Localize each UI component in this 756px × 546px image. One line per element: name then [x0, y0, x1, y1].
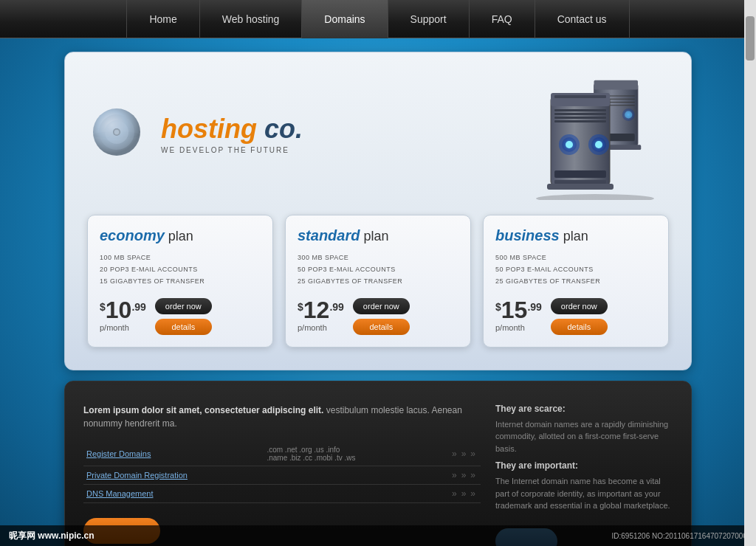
brand-hosting: hosting — [161, 114, 257, 144]
svg-point-34 — [536, 194, 654, 200]
domain-links-table: Register Domains .com .net .org .us .inf… — [83, 442, 481, 503]
standard-price-main: 12 — [303, 298, 330, 322]
hero-logo-area: hosting co. WE DEVELOP THE FUTURE — [87, 104, 303, 163]
register-domains-extensions: .com .net .org .us .info.name .biz .cc .… — [264, 442, 423, 466]
standard-plan-card: standard plan 300 MB SPACE 50 POP3 E-MAI… — [285, 215, 471, 348]
important-text: The Internet domain name has become a vi… — [495, 475, 673, 512]
economy-plan-card: economy plan 100 MB SPACE 20 POP3 E-MAIL… — [87, 215, 273, 348]
standard-details-button[interactable]: details — [353, 319, 410, 335]
nav-support[interactable]: Support — [388, 0, 470, 38]
business-price-main: 15 — [501, 298, 528, 322]
business-price-cents: .99 — [527, 301, 541, 313]
bottom-section: Lorem ipsum dolor sit amet, consectetuer… — [64, 381, 692, 546]
domain-row-private: Private Domain Registration »»» — [83, 466, 481, 484]
business-price-block: $ 15 .99 p/month — [495, 298, 542, 332]
register-domains-link-cell[interactable]: Register Domains — [83, 442, 264, 466]
disc-icon — [87, 104, 146, 163]
plans-container: economy plan 100 MB SPACE 20 POP3 E-MAIL… — [87, 215, 669, 348]
economy-plan-pricing: $ 10 .99 p/month order now details — [100, 298, 261, 335]
economy-plan-title: economy plan — [100, 227, 261, 244]
business-plan-card: business plan 500 MB SPACE 50 POP3 E-MAI… — [483, 215, 669, 348]
economy-price-dollar: $ — [100, 301, 106, 313]
economy-price-main: 10 — [106, 298, 132, 322]
standard-plan-features: 300 MB SPACE 50 POP3 E-MAIL ACCOUNTS 25 … — [298, 252, 458, 288]
page-wrapper: Home Web hosting Domains Support FAQ Con… — [0, 0, 756, 546]
dns-management-link[interactable]: DNS Management — [86, 489, 154, 498]
nav-home[interactable]: Home — [126, 0, 199, 38]
bottom-right: They are scarce: Internet domain names a… — [495, 404, 673, 546]
svg-rect-31 — [554, 170, 606, 178]
domain-row-dns: DNS Management »»» — [83, 484, 481, 502]
brand-name: hosting co. — [161, 114, 303, 145]
svg-rect-20 — [554, 95, 606, 98]
economy-plan-bold: economy — [100, 227, 165, 243]
private-registration-arrows: »»» — [423, 466, 481, 484]
register-domains-arrows: »»» — [423, 442, 481, 466]
standard-plan-pricing: $ 12 .99 p/month order now details — [298, 298, 458, 335]
register-domains-link[interactable]: Register Domains — [86, 449, 151, 458]
business-plan-pricing: $ 15 .99 p/month order now details — [495, 298, 656, 335]
svg-rect-7 — [594, 80, 639, 90]
scrollbar-track[interactable] — [744, 0, 756, 546]
standard-order-button[interactable]: order now — [353, 298, 410, 314]
economy-price-block: $ 10 .99 p/month — [100, 298, 146, 332]
domain-row-register: Register Domains .com .net .org .us .inf… — [83, 442, 481, 466]
scarce-text: Internet domain names are a rapidly dimi… — [495, 418, 673, 455]
dns-management-arrows: »»» — [423, 484, 481, 502]
private-registration-extensions — [264, 466, 423, 484]
nav-domains[interactable]: Domains — [302, 0, 388, 38]
dns-management-link-cell[interactable]: DNS Management — [83, 484, 264, 502]
economy-price-cents: .99 — [131, 301, 145, 313]
svg-rect-32 — [554, 180, 606, 184]
nav-items: Home Web hosting Domains Support FAQ Con… — [126, 0, 629, 38]
main-container: hosting co. WE DEVELOP THE FUTURE — [64, 52, 692, 546]
business-price-dollar: $ — [495, 301, 501, 313]
standard-price-dollar: $ — [298, 301, 303, 313]
nav-web-hosting[interactable]: Web hosting — [200, 0, 303, 38]
economy-plan-buttons: order now details — [155, 298, 212, 335]
business-details-button[interactable]: details — [551, 319, 608, 335]
business-order-button[interactable]: order now — [551, 298, 608, 314]
economy-order-button[interactable]: order now — [155, 298, 212, 314]
watermark-bar: 昵享网 www.nipic.cn ID:6951206 NO:201106171… — [0, 525, 756, 546]
svg-rect-33 — [547, 184, 614, 190]
watermark-right-text: ID:6951206 NO:20110617164707207000 — [612, 532, 748, 540]
brand-tagline: WE DEVELOP THE FUTURE — [161, 146, 303, 154]
economy-price-period: p/month — [100, 323, 146, 332]
standard-price-cents: .99 — [329, 301, 343, 313]
standard-price-block: $ 12 .99 p/month — [298, 298, 344, 332]
hero-brand: hosting co. WE DEVELOP THE FUTURE — [161, 114, 303, 154]
svg-point-5 — [114, 130, 119, 134]
private-registration-link-cell[interactable]: Private Domain Registration — [83, 466, 264, 484]
nav-contact-us[interactable]: Contact us — [535, 0, 630, 38]
hero-top: hosting co. WE DEVELOP THE FUTURE — [87, 67, 669, 200]
nav-faq[interactable]: FAQ — [470, 0, 535, 38]
main-nav: Home Web hosting Domains Support FAQ Con… — [0, 0, 756, 38]
standard-plan-title: standard plan — [298, 227, 458, 244]
standard-plan-buttons: order now details — [353, 298, 410, 335]
private-registration-link[interactable]: Private Domain Registration — [86, 471, 188, 480]
bottom-intro-text: Lorem ipsum dolor sit amet, consectetuer… — [83, 404, 481, 430]
svg-point-27 — [566, 141, 573, 148]
server-image — [506, 67, 669, 200]
business-plan-features: 500 MB SPACE 50 POP3 E-MAIL ACCOUNTS 25 … — [495, 252, 656, 288]
business-price-period: p/month — [495, 323, 542, 332]
economy-plan-features: 100 MB SPACE 20 POP3 E-MAIL ACCOUNTS 15 … — [100, 252, 261, 288]
svg-rect-22 — [554, 113, 606, 115]
svg-point-30 — [595, 141, 602, 148]
economy-details-button[interactable]: details — [155, 319, 212, 335]
svg-rect-21 — [554, 109, 606, 111]
scrollbar-thumb[interactable] — [746, 16, 755, 61]
scarce-title: They are scarce: — [495, 404, 673, 414]
watermark-left-text: 昵享网 www.nipic.cn — [9, 530, 94, 542]
standard-plan-bold: standard — [298, 227, 360, 243]
svg-point-15 — [625, 111, 632, 118]
hero-section: hosting co. WE DEVELOP THE FUTURE — [64, 52, 692, 370]
dns-management-extensions — [264, 484, 423, 502]
business-plan-bold: business — [495, 227, 560, 243]
brand-co: co. — [264, 114, 303, 144]
business-plan-buttons: order now details — [551, 298, 608, 335]
svg-rect-19 — [551, 93, 610, 106]
standard-price-period: p/month — [298, 323, 344, 332]
bottom-left: Lorem ipsum dolor sit amet, consectetuer… — [83, 404, 481, 546]
